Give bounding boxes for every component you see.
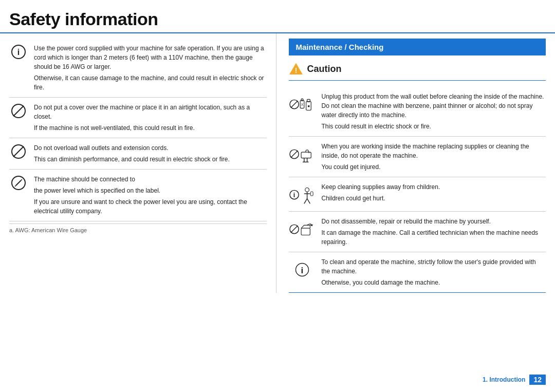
maint-text-3b: Children could get hurt.: [322, 194, 546, 203]
svg-line-32: [307, 199, 310, 204]
maint-text-5a: To clean and operate the machine, strict…: [322, 257, 546, 276]
svg-line-13: [290, 101, 297, 107]
maint-text-1b: This could result in electric shock or f…: [322, 122, 546, 131]
maint-text-1a: Unplug this product from the wall outlet…: [322, 92, 546, 120]
safety-text-4b: the power level which is specified on th…: [34, 186, 267, 195]
maint-text-5: To clean and operate the machine, strict…: [322, 257, 546, 287]
no-icon-2: [11, 144, 26, 159]
safety-text-3a: Do not overload wall outlets and extensi…: [34, 143, 267, 153]
safety-item-4: The machine should be connected to the p…: [9, 170, 267, 221]
svg-line-21: [290, 151, 297, 157]
footer-page-number: 12: [529, 375, 546, 385]
svg-text:i: i: [293, 192, 294, 199]
text-cell-4: The machine should be connected to the p…: [34, 175, 267, 216]
svg-line-5: [13, 146, 24, 157]
info-guide-icon: i: [289, 258, 315, 281]
caution-heading: ! Caution: [289, 62, 546, 81]
text-cell-2: Do not put a cover over the machine or p…: [34, 103, 267, 133]
svg-text:■: ■: [307, 104, 309, 108]
page-title: Safety information: [9, 9, 546, 29]
safety-text-2b: If the machine is not well-ventilated, t…: [34, 123, 267, 133]
svg-rect-33: [310, 192, 313, 196]
footnote: a. AWG: American Wire Gauge: [9, 223, 267, 233]
svg-point-28: [305, 188, 309, 192]
maint-text-3: Keep cleaning supplies away from childre…: [322, 182, 546, 203]
svg-line-31: [304, 199, 307, 204]
maint-icon-cell-4: [289, 217, 316, 240]
maint-item-4: Do not disassemble, repair or rebuild th…: [289, 212, 546, 252]
section-title-text: Maintenance / Checking: [296, 43, 384, 51]
safety-text-4c: If you are unsure and want to check the …: [34, 197, 267, 216]
svg-line-8: [15, 185, 16, 186]
maint-item-3: i Keep cleaning supplies away from child…: [289, 177, 546, 212]
svg-line-9: [21, 179, 22, 180]
maint-icon-cell-3: i: [289, 182, 316, 206]
caution-triangle-icon: !: [289, 62, 303, 76]
icon-cell-3: [9, 143, 28, 159]
maint-text-1: Unplug this product from the wall outlet…: [322, 92, 546, 131]
maint-item-2: When you are working inside the machine …: [289, 137, 546, 177]
maint-icon-cell-5: i: [289, 257, 316, 281]
section-header: Maintenance / Checking: [289, 39, 546, 55]
svg-rect-22: [301, 152, 311, 158]
svg-text:X: X: [301, 103, 303, 106]
right-column: Maintenance / Checking ! Caution X: [289, 33, 546, 293]
maint-item-5: i To clean and operate the machine, stri…: [289, 252, 546, 293]
maint-icon-cell-1: X ■: [289, 92, 316, 116]
machine-work-icon: [289, 143, 315, 165]
text-cell-1: Use the power cord supplied with your ma…: [34, 44, 267, 92]
safety-text-1a: Use the power cord supplied with your ma…: [34, 44, 267, 71]
disassemble-icon: [289, 218, 315, 240]
page-footer: 1. Introduction 12: [483, 375, 546, 385]
child-cleaning-icon: i: [289, 183, 315, 206]
footnote-text: a. AWG: American Wire Gauge: [9, 227, 87, 233]
text-cell-3: Do not overload wall outlets and extensi…: [34, 143, 267, 164]
info-icon: i: [11, 45, 26, 59]
maint-icon-cell-2: [289, 142, 316, 165]
safety-text-4a: The machine should be connected to: [34, 175, 267, 184]
maint-item-1: X ■ Unplug this product from the wall ou…: [289, 87, 546, 137]
footer-section-label: 1. Introduction: [483, 376, 525, 383]
svg-text:i: i: [301, 265, 303, 275]
page-header: Safety information: [0, 0, 555, 33]
icon-cell-4: [9, 175, 28, 190]
svg-rect-36: [301, 228, 310, 235]
maint-text-4: Do not disassemble, repair or rebuild th…: [322, 217, 546, 247]
icon-cell: i: [9, 44, 28, 59]
maint-text-4a: Do not disassemble, repair or rebuild th…: [322, 217, 546, 226]
safety-item-3: Do not overload wall outlets and extensi…: [9, 138, 267, 170]
chemical-bottles-icon: X ■: [289, 93, 315, 116]
maint-text-2a: When you are working inside the machine …: [322, 142, 546, 160]
maint-text-2b: You could get injured.: [322, 162, 546, 172]
safety-text-1b: Otherwise, it can cause damage to the ma…: [34, 73, 267, 92]
left-column: i Use the power cord supplied with your …: [9, 33, 276, 293]
svg-line-3: [13, 106, 24, 116]
no-icon-1: [11, 104, 26, 118]
svg-line-7: [16, 180, 21, 185]
svg-text:i: i: [17, 48, 20, 57]
safety-item-1: i Use the power cord supplied with your …: [9, 39, 267, 98]
safety-text-3b: This can diminish performance, and could…: [34, 155, 267, 164]
main-content: i Use the power cord supplied with your …: [0, 33, 555, 293]
safety-text-2a: Do not put a cover over the machine or p…: [34, 103, 267, 121]
edit-slash-icon: [11, 176, 26, 190]
maint-text-2: When you are working inside the machine …: [322, 142, 546, 172]
svg-text:!: !: [294, 66, 297, 74]
svg-line-35: [290, 226, 297, 232]
safety-item-2: Do not put a cover over the machine or p…: [9, 98, 267, 138]
maint-text-4b: It can damage the machine. Call a certif…: [322, 228, 546, 247]
icon-cell-2: [9, 103, 28, 118]
maint-text-3a: Keep cleaning supplies away from childre…: [322, 182, 546, 192]
maint-text-5b: Otherwise, you could damage the machine.: [322, 278, 546, 287]
caution-label: Caution: [307, 64, 342, 74]
